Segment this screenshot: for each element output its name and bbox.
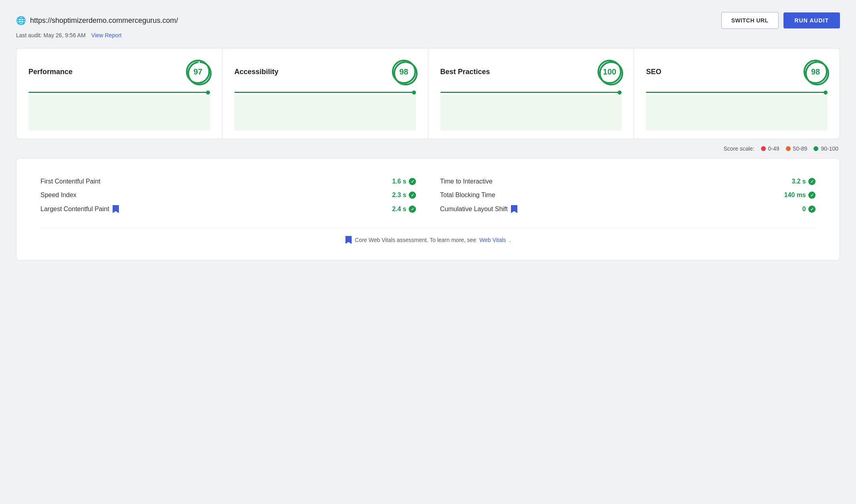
metrics-left-column: First Contentful Paint 1.6 s ✓ Speed Ind…	[40, 175, 416, 216]
metric-name-cls: Cumulative Layout Shift	[440, 205, 517, 213]
view-report-link[interactable]: View Report	[91, 32, 121, 38]
score-scale-label: Score scale:	[724, 145, 755, 152]
scale-range-orange: 50-89	[793, 145, 808, 152]
score-chart-best-practices	[440, 92, 622, 131]
score-header-seo: SEO 98	[646, 60, 828, 84]
metric-name-tbt: Total Blocking Time	[440, 192, 495, 199]
metric-value-lcp: 2.4 s ✓	[392, 206, 416, 213]
metrics-grid: First Contentful Paint 1.6 s ✓ Speed Ind…	[40, 175, 816, 216]
metric-row-si: Speed Index 2.3 s ✓	[40, 188, 416, 202]
footer-text: Core Web Vitals assessment. To learn mor…	[355, 237, 476, 243]
web-vitals-link[interactable]: Web Vitals	[479, 237, 506, 243]
bookmark-icon-lcp	[113, 205, 119, 213]
score-label-best-practices: Best Practices	[440, 68, 490, 76]
check-icon-tti: ✓	[808, 178, 816, 185]
score-line-dot	[206, 91, 210, 95]
score-item-seo: SEO 98	[634, 48, 840, 139]
metric-row-tti: Time to Interactive 3.2 s ✓	[440, 175, 816, 188]
switch-url-button[interactable]: SWITCH URL	[721, 12, 779, 29]
check-icon-si: ✓	[409, 192, 416, 199]
metric-value-tbt: 140 ms ✓	[784, 192, 816, 199]
url-display: https://shoptimizerdemo.commercegurus.co…	[30, 16, 178, 25]
red-dot-icon	[761, 146, 766, 151]
scale-item-red: 0-49	[761, 145, 779, 152]
metrics-card: First Contentful Paint 1.6 s ✓ Speed Ind…	[16, 158, 840, 260]
scale-item-orange: 50-89	[786, 145, 808, 152]
button-group: SWITCH URL RUN AUDIT	[721, 12, 840, 29]
score-item-performance: Performance 97	[16, 48, 222, 139]
score-chart-seo	[646, 92, 828, 131]
svg-point-3	[394, 62, 417, 85]
score-line	[646, 92, 828, 93]
scale-range-red: 0-49	[768, 145, 779, 152]
svg-point-7	[806, 62, 828, 85]
score-header-accessibility: Accessibility 98	[234, 60, 416, 84]
url-section: 🌐 https://shoptimizerdemo.commercegurus.…	[16, 16, 178, 25]
score-line-dot	[824, 91, 828, 95]
metric-name-tti: Time to Interactive	[440, 178, 493, 185]
score-scale: Score scale: 0-49 50-89 90-100	[16, 145, 840, 152]
score-item-accessibility: Accessibility 98	[222, 48, 428, 139]
audit-info: Last audit: May 26, 9:56 AM View Report	[16, 32, 840, 38]
score-item-best-practices: Best Practices 100	[428, 48, 634, 139]
score-line	[234, 92, 416, 93]
scores-card: Performance 97 Accessibility	[16, 48, 840, 139]
orange-dot-icon	[786, 146, 791, 151]
metric-value-fcp: 1.6 s ✓	[392, 178, 416, 185]
bookmark-icon-footer	[345, 236, 352, 244]
metric-value-si: 2.3 s ✓	[392, 192, 416, 199]
svg-point-5	[600, 62, 622, 85]
check-icon-tbt: ✓	[808, 192, 816, 199]
metric-row-tbt: Total Blocking Time 140 ms ✓	[440, 188, 816, 202]
score-circle-seo: 98	[804, 60, 828, 84]
bookmark-icon-cls	[511, 205, 517, 213]
metric-name-si: Speed Index	[40, 192, 77, 199]
metric-name-fcp: First Contentful Paint	[40, 178, 100, 185]
score-label-seo: SEO	[646, 68, 661, 76]
globe-icon: 🌐	[16, 16, 26, 25]
svg-point-1	[188, 62, 211, 85]
metric-value-cls: 0 ✓	[802, 206, 816, 213]
score-chart-performance	[28, 92, 210, 131]
score-header-best-practices: Best Practices 100	[440, 60, 622, 84]
last-audit-text: Last audit: May 26, 9:56 AM	[16, 32, 86, 38]
metrics-footer: Core Web Vitals assessment. To learn mor…	[40, 228, 816, 244]
metric-value-tti: 3.2 s ✓	[791, 178, 816, 185]
score-header-performance: Performance 97	[28, 60, 210, 84]
metric-row-lcp: Largest Contentful Paint 2.4 s ✓	[40, 202, 416, 216]
score-circle-best-practices: 100	[598, 60, 622, 84]
score-line-dot	[412, 91, 416, 95]
header-row: 🌐 https://shoptimizerdemo.commercegurus.…	[16, 12, 840, 29]
check-icon-fcp: ✓	[409, 178, 416, 185]
check-icon-cls: ✓	[808, 206, 816, 213]
run-audit-button[interactable]: RUN AUDIT	[783, 12, 840, 28]
score-area	[646, 95, 828, 131]
scale-range-green: 90-100	[821, 145, 838, 152]
score-area	[440, 95, 622, 131]
score-circle-accessibility: 98	[392, 60, 416, 84]
scale-item-green: 90-100	[814, 145, 838, 152]
score-circle-performance: 97	[186, 60, 210, 84]
score-line	[440, 92, 622, 93]
score-label-accessibility: Accessibility	[234, 68, 279, 76]
metric-name-lcp: Largest Contentful Paint	[40, 205, 119, 213]
score-area	[28, 95, 210, 131]
score-line	[28, 92, 210, 93]
green-dot-icon	[814, 146, 818, 151]
footer-suffix: .	[509, 237, 511, 243]
metric-row-cls: Cumulative Layout Shift 0 ✓	[440, 202, 816, 216]
score-area	[234, 95, 416, 131]
score-line-dot	[618, 91, 622, 95]
score-label-performance: Performance	[28, 68, 73, 76]
metrics-right-column: Time to Interactive 3.2 s ✓ Total Blocki…	[440, 175, 816, 216]
metric-row-fcp: First Contentful Paint 1.6 s ✓	[40, 175, 416, 188]
score-chart-accessibility	[234, 92, 416, 131]
check-icon-lcp: ✓	[409, 206, 416, 213]
